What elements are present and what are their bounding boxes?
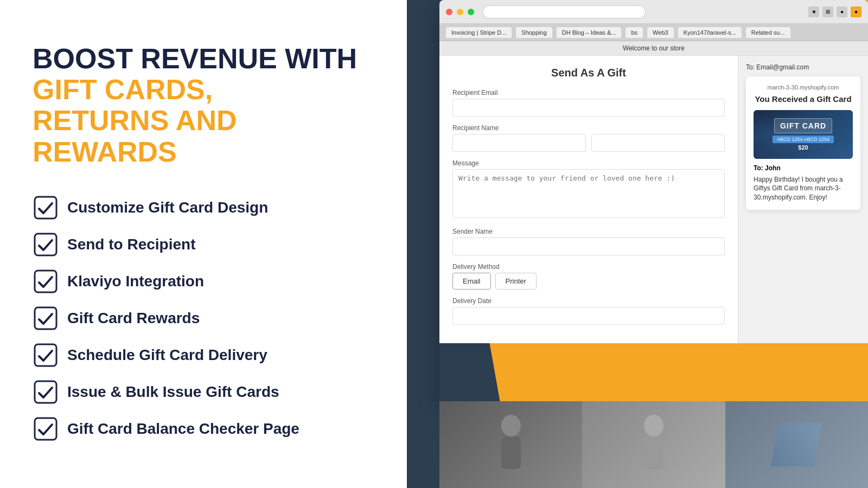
printer-delivery-button[interactable]: Printer <box>495 273 537 290</box>
bottom-image-strip <box>439 401 868 488</box>
svg-rect-0 <box>35 197 56 219</box>
svg-point-7 <box>501 415 521 436</box>
sender-name-label: Sender Name <box>452 228 725 235</box>
feature-item-customize: Customize Gift Card Design <box>33 195 374 221</box>
feature-item-schedule: Schedule Gift Card Delivery <box>33 342 374 368</box>
person-silhouette-1 <box>495 412 527 477</box>
gift-card-label-box: GIFT CARD <box>774 118 832 133</box>
browser-bar: ★ ⊞ ● ● <box>439 0 868 24</box>
email-card-title: You Received a Gift Card <box>754 94 853 105</box>
headline-part1: BOOST REVENUE WITH <box>33 43 357 74</box>
checkmark-icon-rewards <box>33 305 59 331</box>
browser-mockup: ★ ⊞ ● ● Invoicing | Stripe D... Shopping… <box>439 0 868 401</box>
email-recipient-name: To: John <box>754 164 853 172</box>
email-body-message: Happy Birthday! I bought you a Giftys Gi… <box>754 175 853 202</box>
recipient-email-group: Recipient Email <box>452 89 725 117</box>
gift-card-code: ABCD 1254 ABCD 1254 <box>773 136 834 143</box>
delivery-date-group: Delivery Date February 14, 2024 <box>452 297 725 325</box>
feature-item-rewards: Gift Card Rewards <box>33 305 374 331</box>
feature-label-bulk: Issue & Bulk Issue Gift Cards <box>67 383 279 401</box>
message-textarea[interactable] <box>452 169 725 218</box>
headline: BOOST REVENUE WITH GIFT CARDS, RETURNS A… <box>33 43 374 168</box>
svg-rect-3 <box>35 307 56 329</box>
close-dot[interactable] <box>446 9 452 15</box>
delivery-date-input[interactable]: February 14, 2024 <box>452 307 725 325</box>
feature-label-schedule: Schedule Gift Card Delivery <box>67 346 267 364</box>
tab-bs[interactable]: bs <box>626 27 643 38</box>
minimize-dot[interactable] <box>457 9 463 15</box>
svg-rect-1 <box>35 234 56 255</box>
recipient-email-input[interactable] <box>452 99 725 117</box>
bottom-image-3 <box>725 401 868 488</box>
feature-item-klaviyo: Klaviyo Integration <box>33 268 374 294</box>
browser-icons: ★ ⊞ ● ● <box>808 7 861 17</box>
svg-rect-10 <box>644 436 663 469</box>
left-panel: BOOST REVENUE WITH GIFT CARDS, RETURNS A… <box>0 0 407 488</box>
sender-name-input[interactable] <box>452 237 725 255</box>
delivery-method-group: Delivery Method Email Printer <box>452 263 725 290</box>
svg-rect-8 <box>501 436 521 469</box>
recipient-name-row <box>452 134 725 152</box>
svg-point-9 <box>644 415 663 436</box>
store-welcome-bar: Welcome to our store <box>439 41 868 56</box>
checkmark-icon-send <box>33 232 59 258</box>
orange-icon[interactable]: ● <box>851 7 861 17</box>
svg-rect-4 <box>35 344 56 366</box>
form-title: Send As A Gift <box>452 67 725 79</box>
delivery-method-label: Delivery Method <box>452 263 725 271</box>
abstract-shape <box>771 423 822 466</box>
headline-part3: RETURNS AND REWARDS <box>33 105 237 167</box>
checkmark-icon-klaviyo <box>33 268 59 294</box>
feature-label-klaviyo: Klaviyo Integration <box>67 273 204 290</box>
extension-icon[interactable]: ⊞ <box>822 7 833 17</box>
feature-item-send: Send to Recipient <box>33 232 374 258</box>
tab-web3[interactable]: Web3 <box>647 27 674 38</box>
headline-part2: GIFT CARDS, <box>33 74 213 105</box>
gift-card-amount: $20 <box>798 144 808 151</box>
delivery-method-buttons: Email Printer <box>452 273 725 290</box>
tab-invoicing[interactable]: Invoicing | Stripe D... <box>446 27 512 38</box>
features-list: Customize Gift Card Design Send to Recip… <box>33 195 374 442</box>
feature-label-balance: Gift Card Balance Checker Page <box>67 420 299 438</box>
email-domain: march-3-30.myshopify.com <box>754 84 853 91</box>
right-panel: ★ ⊞ ● ● Invoicing | Stripe D... Shopping… <box>407 0 868 488</box>
svg-rect-6 <box>35 418 56 440</box>
email-delivery-button[interactable]: Email <box>452 273 491 290</box>
message-group: Message <box>452 159 725 220</box>
feature-item-bulk: Issue & Bulk Issue Gift Cards <box>33 379 374 405</box>
email-card-container: march-3-30.myshopify.com You Received a … <box>746 76 860 210</box>
tab-shopping[interactable]: Shopping <box>516 27 552 38</box>
tab-related[interactable]: Related su... <box>746 27 790 38</box>
gift-card-label: GIFT CARD <box>780 121 826 130</box>
checkmark-icon-customize <box>33 195 59 221</box>
message-label: Message <box>452 159 725 167</box>
recipient-name-label: Recipient Name <box>452 124 725 132</box>
feature-label-customize: Customize Gift Card Design <box>67 199 268 216</box>
recipient-first-name-input[interactable] <box>452 134 586 152</box>
recipient-name-group: Recipient Name <box>452 124 725 152</box>
url-bar[interactable] <box>483 5 646 18</box>
tab-kyon[interactable]: Kyon147/laravel-s... <box>678 27 742 38</box>
store-content: Welcome to our store Send As A Gift Reci… <box>439 41 868 343</box>
gift-card-form: Send As A Gift Recipient Email Recipient… <box>439 56 738 343</box>
svg-rect-2 <box>35 271 56 292</box>
feature-item-balance: Gift Card Balance Checker Page <box>33 416 374 442</box>
maximize-dot[interactable] <box>468 9 474 15</box>
svg-rect-5 <box>35 381 56 403</box>
checkmark-icon-balance <box>33 416 59 442</box>
profile-icon[interactable]: ● <box>837 7 847 17</box>
gift-card-floral-bg <box>754 110 853 159</box>
email-preview-panel: To: Email@gmail.com march-3-30.myshopify… <box>738 56 868 343</box>
tab-dh-blog[interactable]: DH Blog – Ideas &... <box>557 27 622 38</box>
email-preview-to: To: Email@gmail.com <box>746 63 860 71</box>
sender-name-group: Sender Name <box>452 228 725 255</box>
star-icon[interactable]: ★ <box>808 7 819 17</box>
checkmark-icon-schedule <box>33 342 59 368</box>
tab-bar: Invoicing | Stripe D... Shopping DH Blog… <box>439 24 868 41</box>
person-silhouette-2 <box>637 412 670 477</box>
checkmark-icon-bulk <box>33 379 59 405</box>
feature-label-rewards: Gift Card Rewards <box>67 310 200 327</box>
bottom-image-1 <box>439 401 582 488</box>
recipient-last-name-input[interactable] <box>591 134 725 152</box>
gift-card-image: GIFT CARD ABCD 1254 ABCD 1254 $20 <box>754 110 853 159</box>
